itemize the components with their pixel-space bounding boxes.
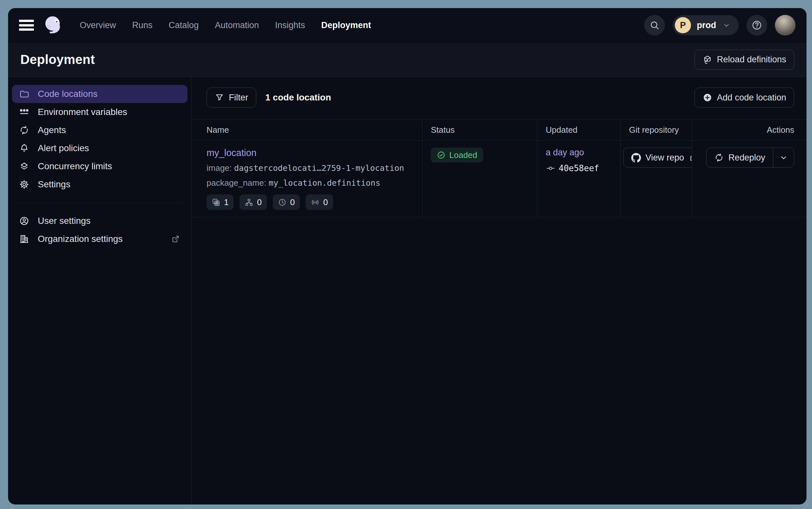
app-body: Code locations Environment variables	[8, 76, 807, 505]
sidebar-item-label: Concurrency limits	[38, 161, 112, 171]
redeploy-button[interactable]: Redeploy	[706, 148, 773, 167]
code-location-link[interactable]: my_location	[207, 147, 257, 158]
sidebar-item-label: Organization settings	[38, 234, 123, 244]
github-icon	[631, 153, 641, 163]
commit-hash: 40e58eef	[559, 163, 599, 173]
sidebar-item-label: Code locations	[38, 89, 98, 99]
sidebar-item-organization-settings[interactable]: Organization settings	[12, 230, 187, 248]
sensor-icon	[311, 198, 320, 207]
sidebar-item-agents[interactable]: Agents	[12, 121, 187, 139]
cell-actions: Redeploy	[692, 140, 807, 217]
person-circle-icon	[19, 216, 29, 226]
commit-icon	[546, 163, 555, 173]
column-header-updated: Updated	[537, 120, 620, 140]
code-location-count: 1 code location	[265, 92, 331, 103]
package-label: package_name:	[207, 178, 266, 188]
deployment-initial-badge: P	[675, 17, 691, 33]
folder-icon	[19, 89, 29, 99]
cell-status: Loaded	[422, 140, 537, 217]
assets-icon	[212, 198, 220, 207]
image-label: image:	[207, 163, 232, 173]
sidebar-item-settings[interactable]: Settings	[12, 175, 187, 194]
filter-button[interactable]: Filter	[207, 88, 256, 107]
column-header-status: Status	[422, 120, 537, 140]
sensors-count-chip: 0	[306, 195, 333, 210]
nav-link-deployment[interactable]: Deployment	[321, 20, 371, 30]
redeploy-dropdown-button[interactable]	[773, 148, 794, 167]
reload-definitions-button[interactable]: Reload definitions	[695, 50, 794, 70]
nav-link-runs[interactable]: Runs	[132, 20, 153, 30]
app-window: Overview Runs Catalog Automation Insight…	[8, 8, 807, 505]
reload-definitions-icon	[703, 55, 712, 65]
schedule-icon	[278, 198, 287, 207]
sidebar-item-alert-policies[interactable]: Alert policies	[12, 139, 187, 157]
commit-row: 40e58eef	[546, 163, 612, 173]
page-header: Deployment Reload definitions	[8, 42, 807, 76]
status-badge: Loaded	[431, 147, 483, 163]
package-meta: package_name: my_location.definitions	[207, 178, 414, 188]
code-locations-toolbar: Filter 1 code location Add code location	[192, 77, 807, 107]
deployment-name: prod	[697, 20, 716, 30]
top-nav-bar: Overview Runs Catalog Automation Insight…	[8, 8, 807, 42]
sidebar-item-user-settings[interactable]: User settings	[12, 212, 187, 230]
cell-updated: a day ago 40e58eef	[537, 140, 620, 217]
plus-circle-icon	[703, 93, 712, 102]
cell-git-repository: View repo	[620, 140, 692, 217]
user-avatar[interactable]	[775, 15, 796, 36]
external-link-icon	[689, 153, 692, 163]
dagster-logo[interactable]	[42, 14, 64, 36]
external-link-icon	[171, 234, 180, 244]
sidebar-item-environment-variables[interactable]: Environment variables	[12, 103, 187, 121]
image-value: dagstercodelocati…2759-1-mylocation	[234, 163, 404, 173]
sidebar-item-label: Agents	[38, 125, 66, 135]
sidebar-item-code-locations[interactable]: Code locations	[12, 85, 187, 103]
search-button[interactable]	[644, 15, 665, 36]
schedules-count: 0	[290, 197, 295, 207]
nav-right-cluster: P prod	[644, 15, 796, 36]
column-header-name: Name	[192, 120, 422, 140]
sidebar-item-label: Environment variables	[38, 107, 127, 117]
sidebar-item-concurrency-limits[interactable]: Concurrency limits	[12, 157, 187, 175]
page-title: Deployment	[20, 52, 95, 67]
nav-link-automation[interactable]: Automation	[215, 20, 259, 30]
redeploy-split-button: Redeploy	[706, 147, 794, 168]
sidebar-item-label: User settings	[38, 216, 90, 226]
redeploy-label: Redeploy	[729, 153, 765, 163]
jobs-icon	[245, 198, 253, 207]
table-header-row: Name Status Updated Git repository Actio…	[192, 119, 807, 140]
hamburger-menu-icon[interactable]	[19, 20, 34, 31]
add-code-location-button[interactable]: Add code location	[695, 88, 794, 107]
deployment-sidebar: Code locations Environment variables	[8, 77, 192, 505]
reload-definitions-label: Reload definitions	[717, 55, 786, 65]
env-vars-icon	[19, 107, 29, 117]
help-button[interactable]	[746, 15, 767, 36]
status-label: Loaded	[449, 150, 477, 160]
desktop-background: Overview Runs Catalog Automation Insight…	[0, 0, 812, 509]
help-icon	[751, 20, 762, 31]
gear-icon	[19, 179, 29, 190]
deployment-switcher[interactable]: P prod	[673, 15, 739, 35]
sidebar-item-label: Settings	[38, 179, 70, 190]
sidebar-item-label: Alert policies	[38, 143, 89, 154]
view-repo-label: View repo	[645, 153, 684, 163]
nav-link-catalog[interactable]: Catalog	[169, 20, 199, 30]
check-circle-icon	[437, 150, 446, 160]
jobs-count: 0	[257, 197, 261, 207]
sync-icon	[19, 125, 29, 135]
updated-time-link[interactable]: a day ago	[546, 147, 584, 158]
schedules-count-chip: 0	[273, 195, 300, 210]
nav-link-overview[interactable]: Overview	[80, 20, 116, 30]
definition-count-chips: 1 0	[207, 195, 414, 210]
search-icon	[649, 20, 660, 31]
table-row: my_location image: dagstercodelocati…275…	[192, 140, 807, 217]
nav-link-insights[interactable]: Insights	[275, 20, 305, 30]
jobs-count-chip: 0	[239, 195, 267, 210]
redeploy-icon	[714, 153, 724, 163]
filter-label: Filter	[229, 93, 248, 103]
code-locations-table: Name Status Updated Git repository Actio…	[192, 119, 807, 217]
view-repo-button[interactable]: View repo	[623, 147, 692, 168]
primary-nav: Overview Runs Catalog Automation Insight…	[80, 20, 371, 30]
assets-count-chip: 1	[207, 195, 234, 210]
layers-icon	[19, 161, 29, 171]
chevron-down-icon	[722, 21, 731, 30]
